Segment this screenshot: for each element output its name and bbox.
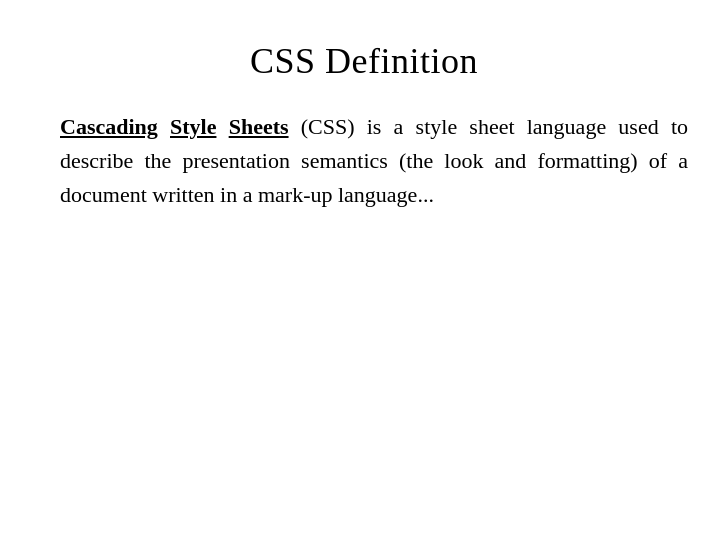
page-title: CSS Definition bbox=[250, 40, 478, 82]
term-style: Style bbox=[170, 114, 216, 139]
term-sheets: Sheets bbox=[229, 114, 289, 139]
term-cascading: Cascading bbox=[60, 114, 158, 139]
definition-paragraph: Cascading Style Sheets (CSS) is a style … bbox=[40, 110, 688, 212]
